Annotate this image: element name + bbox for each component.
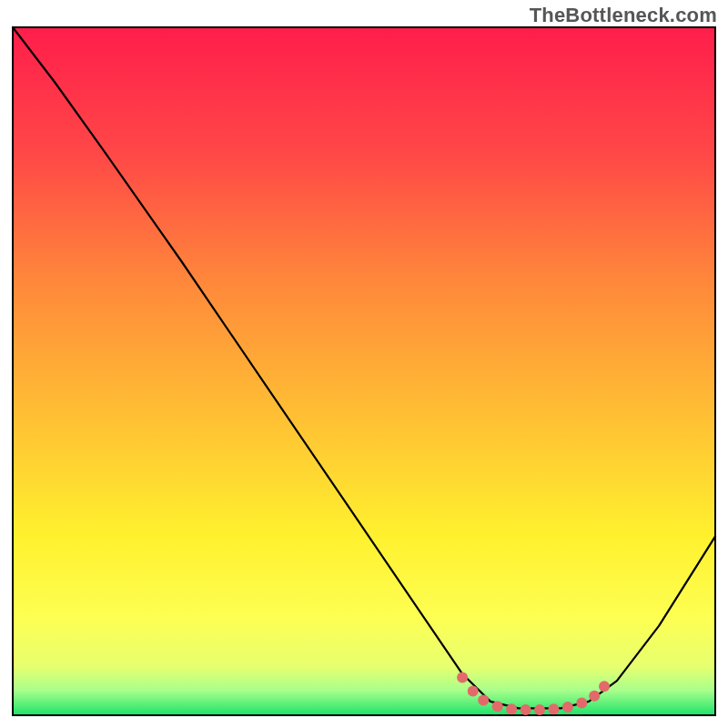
optimal-marker: [457, 672, 468, 682]
optimal-marker: [576, 697, 587, 708]
optimal-marker: [492, 701, 503, 712]
optimal-marker: [589, 691, 600, 702]
bottleneck-curve-plot: [0, 0, 728, 728]
optimal-marker: [506, 703, 517, 714]
optimal-marker: [478, 694, 489, 705]
optimal-marker: [562, 702, 573, 713]
plot-gradient-background: [14, 28, 714, 714]
chart-container: TheBottleneck.com: [0, 0, 728, 728]
optimal-marker: [548, 703, 559, 714]
optimal-marker: [599, 681, 610, 692]
optimal-marker: [521, 704, 531, 715]
optimal-marker: [534, 704, 545, 715]
optimal-marker: [468, 686, 479, 697]
